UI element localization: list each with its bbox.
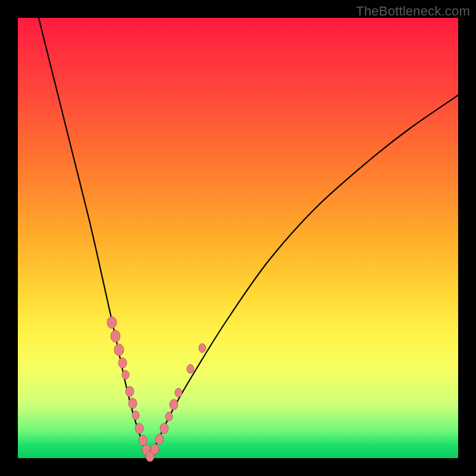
marker-bead: [111, 330, 120, 342]
marker-bead: [165, 412, 173, 421]
marker-bead: [199, 344, 206, 353]
series-right-curve: [150, 95, 458, 458]
marker-bead: [187, 365, 194, 374]
plot-area: [18, 18, 458, 458]
beads: [107, 317, 206, 462]
marker-bead: [139, 435, 147, 446]
marker-bead: [160, 423, 168, 434]
curve-layer: [18, 18, 458, 458]
marker-bead: [107, 317, 117, 328]
watermark-text: TheBottleneck.com: [356, 4, 470, 19]
curves: [39, 18, 458, 458]
marker-bead: [126, 386, 134, 397]
marker-bead: [129, 398, 137, 409]
marker-bead: [132, 411, 139, 420]
marker-bead: [151, 444, 159, 455]
marker-bead: [170, 399, 178, 410]
marker-bead: [118, 358, 127, 368]
marker-bead: [135, 423, 143, 434]
marker-bead: [114, 344, 124, 356]
marker-bead: [155, 434, 164, 444]
marker-bead: [175, 389, 182, 397]
chart-frame: TheBottleneck.com: [0, 0, 476, 476]
marker-bead: [122, 371, 129, 380]
